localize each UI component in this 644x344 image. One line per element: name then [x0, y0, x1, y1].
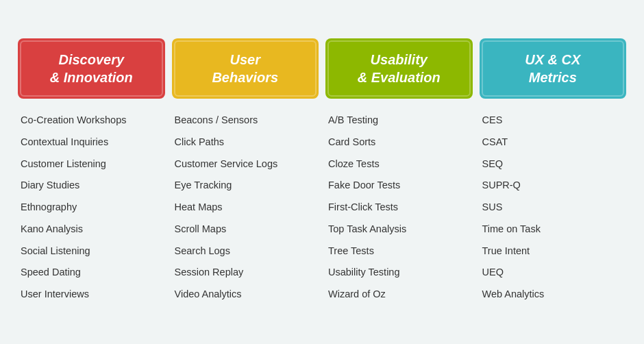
list-item: Video Analytics: [172, 284, 319, 306]
list-item: Speed Dating: [18, 262, 165, 284]
list-item: Top Task Analysis: [325, 219, 473, 241]
column-usability: Usability& EvaluationA/B TestingCard Sor…: [325, 38, 473, 306]
list-item: SUPR-Q: [480, 175, 627, 197]
items-list-behaviors: Beacons / SensorsClick PathsCustomer Ser…: [172, 110, 319, 306]
list-item: Diary Studies: [18, 175, 165, 197]
header-metrics: UX & CXMetrics: [480, 38, 627, 99]
list-item: Ethnography: [18, 197, 165, 219]
list-item: SEQ: [480, 153, 627, 175]
list-item: Customer Listening: [18, 153, 165, 175]
list-item: User Interviews: [18, 284, 165, 306]
list-item: First-Click Tests: [325, 197, 473, 219]
list-item: CSAT: [480, 132, 627, 153]
list-item: Session Replay: [172, 262, 319, 284]
list-item: Contextual Inquiries: [18, 132, 165, 153]
list-item: UEQ: [480, 262, 627, 284]
list-item: Web Analytics: [480, 284, 627, 306]
column-discovery: Discovery& InnovationCo-Creation Worksho…: [18, 38, 165, 306]
list-item: Customer Service Logs: [172, 153, 319, 175]
list-item: Time on Task: [480, 219, 627, 241]
items-list-metrics: CESCSATSEQSUPR-QSUSTime on TaskTrue Inte…: [480, 110, 627, 306]
header-usability: Usability& Evaluation: [325, 38, 473, 99]
column-metrics: UX & CXMetricsCESCSATSEQSUPR-QSUSTime on…: [480, 38, 627, 306]
list-item: Kano Analysis: [18, 219, 165, 241]
list-item: Click Paths: [172, 132, 319, 153]
header-title-usability: Usability& Evaluation: [335, 51, 463, 86]
items-list-discovery: Co-Creation WorkshopsContextual Inquirie…: [18, 110, 165, 306]
main-container: Discovery& InnovationCo-Creation Worksho…: [7, 27, 637, 317]
list-item: Tree Tests: [325, 241, 473, 262]
list-item: CES: [480, 110, 627, 132]
list-item: A/B Testing: [325, 110, 473, 132]
list-item: Co-Creation Workshops: [18, 110, 165, 132]
list-item: Card Sorts: [325, 132, 473, 153]
column-behaviors: UserBehaviorsBeacons / SensorsClick Path…: [172, 38, 319, 306]
list-item: Heat Maps: [172, 197, 319, 219]
items-list-usability: A/B TestingCard SortsCloze TestsFake Doo…: [325, 110, 473, 306]
header-title-metrics: UX & CXMetrics: [489, 51, 617, 86]
list-item: Beacons / Sensors: [172, 110, 319, 132]
list-item: Scroll Maps: [172, 219, 319, 241]
header-title-behaviors: UserBehaviors: [182, 51, 310, 86]
list-item: Eye Tracking: [172, 175, 319, 197]
list-item: Cloze Tests: [325, 153, 473, 175]
header-behaviors: UserBehaviors: [172, 38, 319, 99]
list-item: Search Logs: [172, 241, 319, 262]
list-item: Wizard of Oz: [325, 284, 473, 306]
list-item: Fake Door Tests: [325, 175, 473, 197]
list-item: SUS: [480, 197, 627, 219]
list-item: True Intent: [480, 241, 627, 262]
header-discovery: Discovery& Innovation: [18, 38, 165, 99]
list-item: Social Listening: [18, 241, 165, 262]
header-title-discovery: Discovery& Innovation: [27, 51, 156, 86]
list-item: Usability Testing: [325, 262, 473, 284]
